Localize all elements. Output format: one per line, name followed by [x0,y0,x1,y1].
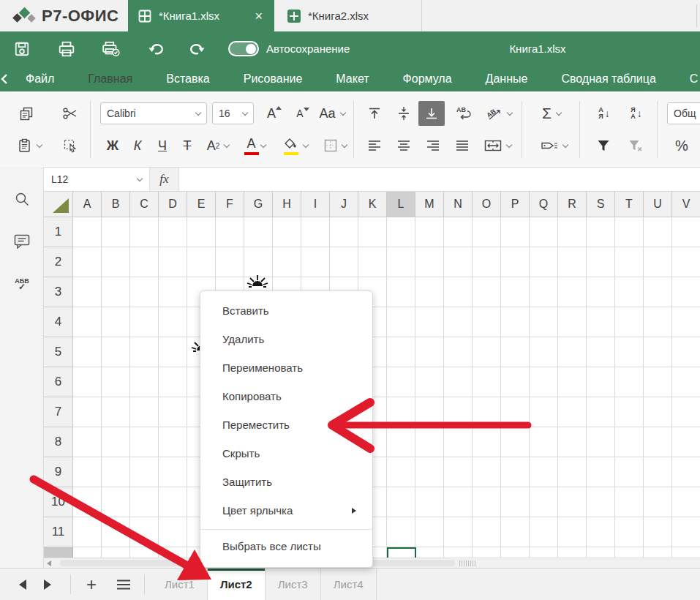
column-header[interactable]: D [159,192,187,217]
context-menu-item[interactable]: Цвет ярлычка [200,496,372,525]
document-tab-active[interactable]: *Книга1.xlsx × [128,0,274,31]
row-header[interactable]: 7 [44,397,73,427]
copy-button[interactable] [13,101,39,126]
context-menu-item[interactable]: Копировать [200,382,372,410]
context-menu-item[interactable]: Защитить [200,468,372,496]
sort-ascending-button[interactable]: АЯ ↓ [590,101,619,126]
select-all-corner[interactable] [44,192,73,217]
autosave-toggle[interactable] [228,41,259,56]
quick-print-button[interactable] [99,37,124,61]
paste-button[interactable] [10,133,48,158]
increase-font-button[interactable]: A [258,101,285,126]
comments-button[interactable] [10,230,34,253]
ribbon-tab[interactable]: Макет [319,66,385,91]
fill-color-button[interactable] [278,133,313,158]
column-header[interactable]: E [187,192,216,217]
row-header[interactable]: 11 [44,517,73,547]
sheet-tab[interactable]: Лист2 [208,569,266,600]
font-color-button[interactable]: А [238,133,274,158]
ribbon-tab[interactable]: С [673,66,700,91]
spellcheck-button[interactable]: АБВ ✓ [10,272,34,296]
underline-button[interactable]: Ч [151,133,174,158]
sheet-list-button[interactable] [108,569,140,600]
next-sheet-button[interactable] [35,569,60,600]
document-tab-inactive[interactable]: *Книга2.xlsx [274,0,422,31]
borders-button[interactable] [317,133,353,158]
ribbon-tab[interactable]: Главная [71,66,149,91]
select-button[interactable] [57,133,83,158]
ribbon-tab[interactable]: Данные [469,66,545,91]
decrease-font-button[interactable]: A [287,101,313,126]
filter-button[interactable] [590,133,617,158]
formula-input[interactable] [179,168,700,191]
scrollbar-grip-dots[interactable] [459,560,475,566]
clear-filter-button[interactable] [622,133,650,158]
align-left-button[interactable] [361,133,388,158]
column-header[interactable]: R [558,192,587,217]
change-case-button[interactable]: Aa [315,101,350,126]
column-header[interactable]: J [330,192,358,217]
column-header[interactable]: L [387,192,415,217]
undo-button[interactable] [144,37,169,61]
add-sheet-button[interactable]: + [75,569,108,600]
merge-cells-button[interactable] [477,133,518,158]
name-box[interactable]: L12 [44,168,150,191]
column-header[interactable]: G [244,192,273,217]
font-size-select[interactable]: 16 [212,102,254,124]
redo-button[interactable] [184,37,209,61]
column-header[interactable]: I [301,192,330,217]
align-bottom-button[interactable] [418,101,445,126]
wrap-text-button[interactable]: АВ [449,101,478,126]
column-header[interactable]: P [501,192,530,217]
context-menu-item[interactable]: Скрыть [200,439,372,468]
bold-button[interactable]: Ж [101,133,124,158]
sheet-tab[interactable]: Лист3 [266,569,321,600]
column-header[interactable]: B [102,192,130,217]
sort-descending-button[interactable]: ЯА ↓ [622,101,651,126]
context-menu-item[interactable]: Вставить [200,296,372,325]
column-header[interactable]: C [130,192,159,217]
named-ranges-button[interactable] [532,133,575,158]
scroll-left-arrow-icon[interactable] [47,560,51,566]
ribbon-tab[interactable]: Вставка [149,66,226,91]
cells-area[interactable] [73,217,700,558]
sheet-tab[interactable]: Лист4 [321,569,377,600]
ribbon-tab[interactable]: Сводная таблица [544,66,672,91]
font-name-select[interactable]: Calibri [100,102,207,124]
strikethrough-button[interactable]: Т [176,133,199,158]
ribbon-tab[interactable]: Рисование [227,66,320,91]
column-header[interactable]: H [273,192,301,217]
align-middle-button[interactable] [391,101,417,126]
insert-function-button[interactable]: fx [150,168,179,191]
align-top-button[interactable] [361,101,388,126]
autosum-button[interactable]: Σ [531,101,572,126]
column-header[interactable]: K [358,192,387,217]
column-header[interactable]: M [415,192,444,217]
context-menu-item[interactable]: Выбрать все листы [200,529,372,562]
ribbon-tab[interactable]: Файл [9,66,71,91]
align-center-button[interactable] [391,133,417,158]
search-button[interactable] [10,187,34,211]
sheet-tab[interactable]: Лист1 [152,569,208,600]
row-header[interactable]: 8 [44,427,73,457]
row-header-12-partial[interactable] [44,547,73,558]
orientation-button[interactable]: АВ [480,101,518,126]
column-header[interactable]: S [587,192,615,217]
number-format-select[interactable]: Общ [667,102,700,124]
italic-button[interactable]: К [126,133,149,158]
ribbon-tab[interactable]: Формула [386,66,469,91]
align-justify-button[interactable] [449,133,475,158]
row-header[interactable]: 2 [44,247,73,277]
previous-sheet-button[interactable] [10,569,35,600]
context-menu-item[interactable]: Переименовать [200,353,372,382]
close-icon[interactable]: × [253,10,264,23]
collapse-ribbon-button[interactable] [0,66,9,91]
column-header[interactable]: A [73,192,102,217]
cut-button[interactable] [57,101,83,126]
context-menu-item[interactable]: Удалить [200,325,372,353]
column-header[interactable]: N [444,192,473,217]
save-button[interactable] [10,37,34,61]
print-button[interactable] [54,37,79,61]
row-header[interactable]: 1 [44,217,73,247]
row-header[interactable]: 4 [44,307,73,337]
